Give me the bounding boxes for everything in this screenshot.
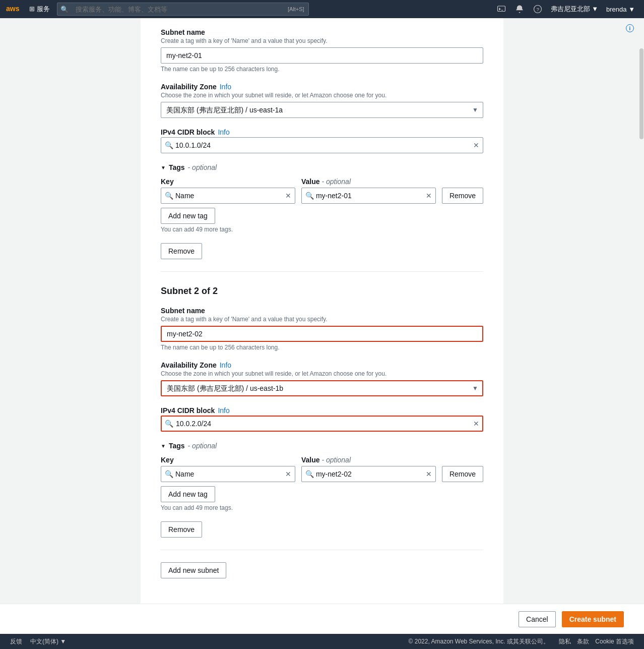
subnet2-tags-value-col: Value - optional 🔍 ✕ xyxy=(301,456,436,482)
subnet1-value-optional: - optional xyxy=(321,178,351,186)
subnet2-key-input[interactable] xyxy=(161,466,295,482)
subnet1-value-clear-icon[interactable]: ✕ xyxy=(426,192,432,200)
subnet1-key-label: Key xyxy=(161,178,295,186)
subnet1-az-info[interactable]: Info xyxy=(220,83,231,91)
subnet2-remove-tag-button[interactable]: Remove xyxy=(442,466,483,482)
subnet2-remove-row: Remove xyxy=(161,521,483,538)
search-shortcut: [Alt+S] xyxy=(284,6,308,12)
subnet2-tags-row: Key 🔍 ✕ Value - optional xyxy=(161,456,483,482)
subnet1-name-hint: The name can be up to 256 characters lon… xyxy=(161,66,483,73)
subnet1-az-group: Availability Zone Info Choose the zone i… xyxy=(161,83,483,118)
svg-text:aws: aws xyxy=(6,5,20,13)
terms-link[interactable]: 条款 xyxy=(577,637,589,646)
subnet2-name-label: Subnet name xyxy=(161,307,483,315)
subnet2-tag-hint: You can add 49 more tags. xyxy=(161,504,483,511)
subnet2-name-input[interactable] xyxy=(161,326,483,342)
services-menu[interactable]: ⊞ 服务 xyxy=(26,4,53,15)
subnet1-value-label-text: Value xyxy=(301,178,320,186)
page-wrapper: Subnet name Create a tag with a key of '… xyxy=(0,18,644,649)
subnet1-az-label: Availability Zone xyxy=(161,83,217,91)
footer: 反馈 中文(简体) ▼ © 2022, Amazon Web Services,… xyxy=(0,634,644,649)
cloud-shell-icon[interactable] xyxy=(493,1,509,17)
subnet2-az-info[interactable]: Info xyxy=(220,361,231,369)
form-container: Subnet name Create a tag with a key of '… xyxy=(141,18,503,649)
aws-logo[interactable]: aws xyxy=(6,4,22,14)
scrollbar-thumb[interactable] xyxy=(639,48,643,139)
subnet1-az-select[interactable]: 美国东部 (弗吉尼亚北部) / us-east-1a xyxy=(161,102,483,118)
subnet1-remove-button[interactable]: Remove xyxy=(161,243,202,259)
subnet2-name-hint: The name can be up to 256 characters lon… xyxy=(161,344,483,351)
page-info-icon[interactable]: i xyxy=(626,24,634,32)
subnet1-tag-hint: You can add 49 more tags. xyxy=(161,226,483,233)
subnet2-value-optional: - optional xyxy=(321,456,351,464)
subnet2-name-desc: Create a tag with a key of 'Name' and a … xyxy=(161,316,483,323)
subnet2-key-input-wrap: 🔍 ✕ xyxy=(161,466,295,482)
subnet2-tags-header[interactable]: ▼ Tags - optional xyxy=(161,442,483,450)
help-icon[interactable]: ? xyxy=(530,1,546,17)
subnet1-add-tag-row: Add new tag xyxy=(161,208,483,224)
subnet1-name-input[interactable] xyxy=(161,47,483,64)
subnet2-value-input-wrap: 🔍 ✕ xyxy=(301,466,436,482)
username-label: brenda xyxy=(606,6,626,13)
subnet2-az-label: Availability Zone xyxy=(161,361,217,369)
subnet1-tags-key-col: Key 🔍 ✕ xyxy=(161,178,295,204)
svg-rect-1 xyxy=(497,6,505,12)
subnet2-az-group: Availability Zone Info Choose the zone i… xyxy=(161,361,483,396)
top-nav: aws ⊞ 服务 🔍 [Alt+S] ? 弗吉尼亚北部 ▼ brenda ▼ xyxy=(0,0,644,18)
subnet1-tags-header[interactable]: ▼ Tags - optional xyxy=(161,163,483,171)
cancel-button[interactable]: Cancel xyxy=(519,611,556,627)
subnet2-value-label-row: Value - optional xyxy=(301,456,436,464)
privacy-link[interactable]: 隐私 xyxy=(559,637,571,646)
subnet1-tags-triangle: ▼ xyxy=(161,165,166,170)
language-selector[interactable]: 中文(简体) ▼ xyxy=(30,637,66,646)
subnet2-tags-key-col: Key 🔍 ✕ xyxy=(161,456,295,482)
subnet1-key-clear-icon[interactable]: ✕ xyxy=(285,192,291,200)
subnet1-add-tag-button[interactable]: Add new tag xyxy=(161,208,215,224)
subnet2-ipv4-input[interactable] xyxy=(161,416,483,432)
subnet1-key-input[interactable] xyxy=(161,188,295,204)
feedback-link[interactable]: 反馈 xyxy=(10,637,22,646)
svg-text:?: ? xyxy=(536,7,539,12)
nav-search-bar[interactable]: 🔍 [Alt+S] xyxy=(57,3,309,16)
subnet2-ipv4-label: IPv4 CIDR block xyxy=(161,406,215,415)
subnet1-tags-value-col: Value - optional 🔍 ✕ xyxy=(301,178,436,204)
subnet2-ipv4-label-row: IPv4 CIDR block Info xyxy=(161,406,483,415)
subnet2-value-clear-icon[interactable]: ✕ xyxy=(426,470,432,478)
user-menu[interactable]: brenda ▼ xyxy=(603,5,638,14)
subnet1-value-input[interactable] xyxy=(301,188,436,204)
subnet1-key-input-wrap: 🔍 ✕ xyxy=(161,188,295,204)
add-subnet-button[interactable]: Add new subnet xyxy=(161,562,226,578)
subnet1-ipv4-group: IPv4 CIDR block Info 🔍 ✕ xyxy=(161,128,483,153)
subnet1-ipv4-clear-icon[interactable]: ✕ xyxy=(473,141,479,149)
nav-search-icon: 🔍 xyxy=(57,6,72,13)
subnet1-az-label-row: Availability Zone Info xyxy=(161,83,483,91)
region-selector[interactable]: 弗吉尼亚北部 ▼ xyxy=(548,4,601,15)
notifications-icon[interactable] xyxy=(511,1,528,17)
subnet1-section: Subnet name Create a tag with a key of '… xyxy=(161,28,483,259)
subnet2-az-select-wrap: 美国东部 (弗吉尼亚北部) / us-east-1b ▼ xyxy=(161,380,483,396)
subnet2-az-select[interactable]: 美国东部 (弗吉尼亚北部) / us-east-1b xyxy=(161,380,483,396)
subnet2-key-label: Key xyxy=(161,456,295,464)
subnet2-ipv4-clear-icon[interactable]: ✕ xyxy=(473,420,479,428)
nav-search-input[interactable] xyxy=(72,6,284,13)
subnet2-key-clear-icon[interactable]: ✕ xyxy=(285,470,291,478)
cookie-link[interactable]: Cookie 首选项 xyxy=(595,637,634,646)
footer-left: 反馈 中文(简体) ▼ xyxy=(10,637,66,646)
subnet2-section: Subnet 2 of 2 Subnet name Create a tag w… xyxy=(161,284,483,538)
subnet2-tags-label: Tags xyxy=(169,442,185,450)
subnet2-ipv4-info[interactable]: Info xyxy=(218,406,229,415)
subnet2-ipv4-group: IPv4 CIDR block Info 🔍 ✕ xyxy=(161,406,483,432)
subnet2-value-input[interactable] xyxy=(301,466,436,482)
subnet2-remove-button[interactable]: Remove xyxy=(161,521,202,538)
subnet1-name-desc: Create a tag with a key of 'Name' and a … xyxy=(161,37,483,44)
subnet1-name-label: Subnet name xyxy=(161,28,483,36)
subnet2-add-tag-button[interactable]: Add new tag xyxy=(161,486,215,502)
create-subnet-button[interactable]: Create subnet xyxy=(562,611,624,627)
subnet1-remove-tag-button[interactable]: Remove xyxy=(442,188,483,204)
subnet1-ipv4-input[interactable] xyxy=(161,137,483,153)
add-subnet-row: Add new subnet xyxy=(161,562,483,578)
copyright-text: © 2022, Amazon Web Services, Inc. 或其关联公司… xyxy=(409,638,549,645)
subnet1-ipv4-info[interactable]: Info xyxy=(218,128,229,136)
bottom-action-bar: Cancel Create subnet xyxy=(0,604,644,634)
subnet1-remove-row: Remove xyxy=(161,243,483,259)
